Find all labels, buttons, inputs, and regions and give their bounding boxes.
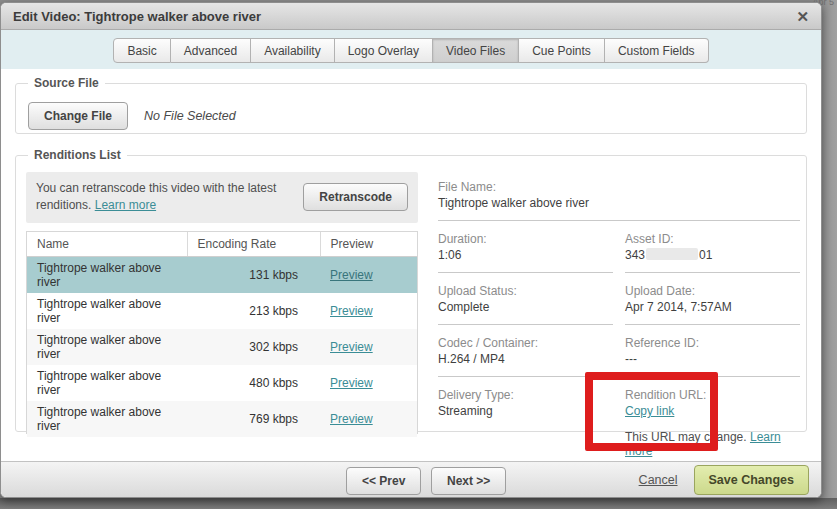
rendition-row[interactable]: Tightrope walker above river 213 kbps Pr… — [27, 293, 417, 329]
rendition-name: Tightrope walker above river — [27, 329, 187, 365]
preview-link[interactable]: Preview — [330, 304, 373, 318]
rendition-name: Tightrope walker above river — [27, 293, 187, 329]
background-page-strip — [821, 0, 837, 509]
reference-id-field: Reference ID: --- — [625, 336, 800, 377]
tab-bar: Basic Advanced Availability Logo Overlay… — [1, 30, 821, 69]
retranscode-info-text: You can retranscode this video with the … — [36, 180, 293, 215]
rendition-name: Tightrope walker above river — [27, 365, 187, 401]
tab-advanced[interactable]: Advanced — [171, 38, 251, 63]
file-name-value: Tightrope walker above river — [438, 196, 800, 210]
tab-cue-points[interactable]: Cue Points — [519, 38, 605, 63]
change-file-button[interactable]: Change File — [28, 102, 128, 130]
dialog-content: Source File Change File No File Selected… — [1, 70, 821, 461]
reference-id-value: --- — [625, 352, 800, 366]
upload-status-label: Upload Status: — [438, 284, 613, 298]
rendition-rate: 769 kbps — [187, 401, 320, 437]
asset-id-value: 34301 — [625, 248, 800, 262]
column-header-name: Name — [27, 232, 187, 257]
asset-id-label: Asset ID: — [625, 232, 800, 246]
source-file-legend: Source File — [28, 76, 105, 90]
delivery-type-field: Delivery Type: Streaming — [438, 388, 613, 468]
preview-link[interactable]: Preview — [330, 376, 373, 390]
tab-logo-overlay[interactable]: Logo Overlay — [335, 38, 433, 63]
table-header-row: Name Encoding Rate Preview — [27, 232, 417, 257]
cancel-link[interactable]: Cancel — [639, 473, 678, 487]
rendition-url-label: Rendition URL: — [625, 388, 800, 402]
file-name-field: File Name: Tightrope walker above river — [438, 180, 800, 221]
upload-date-label: Upload Date: — [625, 284, 800, 298]
tab-availability[interactable]: Availability — [251, 38, 334, 63]
rendition-name: Tightrope walker above river — [27, 401, 187, 437]
delivery-type-label: Delivery Type: — [438, 388, 613, 402]
asset-id-field: Asset ID: 34301 — [625, 232, 800, 273]
rendition-row[interactable]: Tightrope walker above river 302 kbps Pr… — [27, 329, 417, 365]
details-grid-row-3: Codec / Container: H.264 / MP4 Reference… — [438, 336, 800, 388]
no-file-selected-text: No File Selected — [144, 109, 236, 123]
redaction-blur — [646, 248, 698, 260]
preview-link[interactable]: Preview — [330, 268, 373, 282]
rendition-name: Tightrope walker above river — [27, 256, 187, 293]
renditions-table: Name Encoding Rate Preview Tightrope wal… — [26, 231, 418, 434]
rendition-rate: 480 kbps — [187, 365, 320, 401]
file-name-label: File Name: — [438, 180, 800, 194]
details-grid-row-2: Upload Status: Complete Upload Date: Apr… — [438, 284, 800, 336]
video-details-panel: File Name: Tightrope walker above river … — [438, 180, 800, 479]
upload-date-value: Apr 7 2014, 7:57AM — [625, 300, 800, 314]
rendition-row[interactable]: Tightrope walker above river 769 kbps Pr… — [27, 401, 417, 437]
rendition-rate: 213 kbps — [187, 293, 320, 329]
duration-label: Duration: — [438, 232, 613, 246]
retranscode-button[interactable]: Retranscode — [303, 183, 408, 211]
save-changes-button[interactable]: Save Changes — [694, 465, 809, 495]
preview-link[interactable]: Preview — [330, 412, 373, 426]
column-header-encoding-rate: Encoding Rate — [187, 232, 320, 257]
tab-basic[interactable]: Basic — [113, 38, 170, 63]
renditions-list-legend: Renditions List — [28, 148, 127, 162]
codec-container-value: H.264 / MP4 — [438, 352, 613, 366]
source-file-section: Source File Change File No File Selected — [15, 76, 807, 134]
background-bottom-strip — [0, 498, 837, 509]
dialog-footer: << Prev Next >> Cancel Save Changes — [1, 461, 821, 497]
rendition-row[interactable]: Tightrope walker above river 131 kbps Pr… — [27, 256, 417, 293]
rendition-url-field: Rendition URL: Copy link This URL may ch… — [625, 388, 800, 468]
rendition-row[interactable]: Tightrope walker above river 480 kbps Pr… — [27, 365, 417, 401]
codec-container-label: Codec / Container: — [438, 336, 613, 350]
duration-field: Duration: 1:06 — [438, 232, 613, 273]
prev-button[interactable]: << Prev — [346, 467, 421, 495]
dialog-title: Edit Video: Tightrope walker above river — [13, 9, 261, 24]
close-icon[interactable]: ✕ — [796, 9, 809, 24]
next-button[interactable]: Next >> — [431, 467, 506, 495]
renditions-left-column: You can retranscode this video with the … — [26, 172, 418, 434]
details-grid-row-1: Duration: 1:06 Asset ID: 34301 — [438, 232, 800, 284]
rendition-rate: 131 kbps — [187, 256, 320, 293]
delivery-type-value: Streaming — [438, 404, 613, 418]
upload-date-field: Upload Date: Apr 7 2014, 7:57AM — [625, 284, 800, 325]
reference-id-label: Reference ID: — [625, 336, 800, 350]
edit-video-dialog: Edit Video: Tightrope walker above river… — [0, 2, 822, 498]
upload-status-field: Upload Status: Complete — [438, 284, 613, 325]
retranscode-info-box: You can retranscode this video with the … — [26, 172, 418, 223]
duration-value: 1:06 — [438, 248, 613, 262]
codec-container-field: Codec / Container: H.264 / MP4 — [438, 336, 613, 377]
screen: Apr 5 Edit Video: Tightrope walker above… — [0, 0, 837, 509]
tab-video-files[interactable]: Video Files — [433, 38, 519, 63]
url-change-note: This URL may change. Learn more — [625, 430, 800, 458]
column-header-preview: Preview — [320, 232, 417, 257]
renditions-list-section: Renditions List You can retranscode this… — [15, 148, 807, 432]
copy-link[interactable]: Copy link — [625, 404, 674, 418]
upload-status-value: Complete — [438, 300, 613, 314]
retranscode-learn-more-link[interactable]: Learn more — [95, 198, 156, 212]
preview-link[interactable]: Preview — [330, 340, 373, 354]
rendition-rate: 302 kbps — [187, 329, 320, 365]
dialog-titlebar: Edit Video: Tightrope walker above river… — [1, 3, 821, 30]
tab-custom-fields[interactable]: Custom Fields — [605, 38, 709, 63]
